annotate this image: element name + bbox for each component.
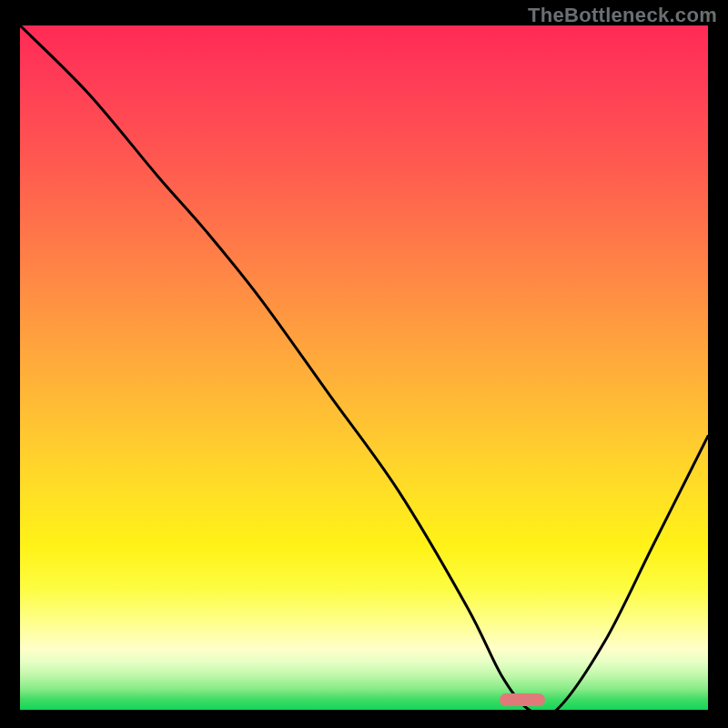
bottleneck-curve [20,25,708,710]
plot-area [20,25,708,710]
minimum-marker [500,693,545,706]
chart-frame: TheBottleneck.com [0,0,728,728]
watermark-text: TheBottleneck.com [528,4,717,27]
